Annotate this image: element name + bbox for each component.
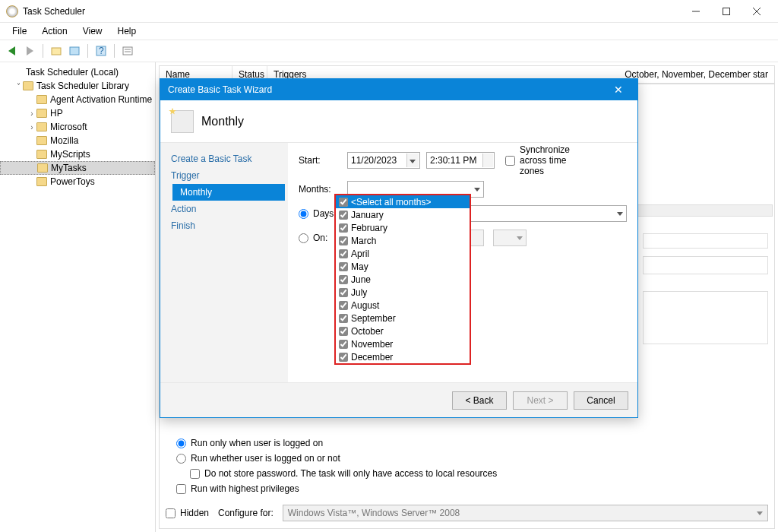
checkbox-input[interactable]: [339, 314, 348, 323]
checkbox-input[interactable]: [339, 327, 348, 336]
minimize-button[interactable]: [681, 1, 711, 22]
menu-action[interactable]: Action: [34, 24, 74, 38]
checkbox-hidden[interactable]: Hidden: [166, 508, 209, 518]
spinner-icon[interactable]: [482, 154, 493, 167]
radio-input[interactable]: [299, 209, 308, 219]
arrow-right-icon: [27, 46, 33, 55]
step-monthly[interactable]: Monthly: [172, 184, 285, 201]
month-option[interactable]: January: [336, 208, 470, 221]
folder-icon: [36, 95, 47, 104]
configure-for-dropdown[interactable]: Windows Vista™, Windows Server™ 2008: [283, 505, 768, 521]
month-label: March: [351, 236, 376, 246]
chevron-down-icon[interactable]: ˅: [14, 82, 23, 90]
svg-text:?: ?: [99, 46, 104, 56]
help-button[interactable]: ?: [93, 43, 109, 59]
months-label: Months:: [299, 184, 341, 195]
back-button[interactable]: < Back: [452, 391, 507, 410]
checkbox-input[interactable]: [339, 223, 348, 233]
checkbox-input[interactable]: [339, 353, 348, 362]
folder-icon: [37, 163, 48, 173]
checkbox-input[interactable]: [339, 211, 348, 220]
clock-icon: [12, 67, 23, 78]
wizard-close-button[interactable]: ✕: [607, 84, 630, 96]
radio-input[interactable]: [299, 233, 308, 243]
tree-item[interactable]: PowerToys: [0, 175, 155, 188]
month-option[interactable]: November: [336, 337, 470, 350]
month-option[interactable]: April: [336, 247, 470, 260]
month-option[interactable]: February: [336, 221, 470, 234]
tree-item[interactable]: Mozilla: [0, 134, 155, 147]
wizard-titlebar[interactable]: Create Basic Task Wizard ✕: [160, 79, 637, 100]
step-create[interactable]: Create a Basic Task: [163, 150, 285, 167]
checkbox-input[interactable]: [339, 262, 348, 271]
month-option[interactable]: September: [336, 312, 470, 325]
menu-file[interactable]: File: [5, 24, 34, 38]
checkbox-input[interactable]: [190, 469, 200, 479]
month-option[interactable]: May: [336, 260, 470, 273]
toolbar-btn-1[interactable]: [48, 43, 65, 59]
step-trigger[interactable]: Trigger: [163, 167, 285, 184]
month-option[interactable]: March: [336, 234, 470, 247]
forward-button[interactable]: [21, 43, 38, 59]
month-option[interactable]: June: [336, 273, 470, 286]
checkbox-input[interactable]: [339, 301, 348, 310]
separator: [43, 44, 43, 58]
calendar-icon[interactable]: [406, 154, 419, 167]
checkbox-input[interactable]: [176, 484, 186, 494]
checkbox-no-store-password[interactable]: Do not store password. The task will onl…: [190, 466, 765, 481]
configure-for-value: Windows Vista™, Windows Server™ 2008: [288, 508, 460, 518]
radio-label: Run whether user is logged on or not: [191, 453, 340, 464]
tree-item[interactable]: ›HP: [0, 106, 155, 120]
cancel-button[interactable]: Cancel: [574, 391, 628, 410]
close-button[interactable]: [742, 1, 772, 22]
maximize-button[interactable]: [711, 1, 742, 22]
radio-input[interactable]: [176, 454, 186, 464]
tree-item-label: PowerToys: [50, 176, 95, 187]
radio-run-logged-on[interactable]: Run only when user is logged on: [176, 435, 765, 451]
checkbox-input[interactable]: [339, 340, 348, 349]
start-label: Start:: [299, 155, 341, 166]
menu-help[interactable]: Help: [110, 24, 144, 38]
tree-library[interactable]: ˅ Task Scheduler Library: [0, 79, 155, 93]
month-option[interactable]: October: [336, 325, 470, 337]
svg-rect-5: [70, 47, 79, 55]
month-option[interactable]: July: [336, 286, 470, 299]
next-button[interactable]: Next >: [513, 391, 568, 410]
titlebar: Task Scheduler: [0, 0, 778, 23]
back-button[interactable]: [3, 43, 20, 59]
step-finish[interactable]: Finish: [163, 217, 285, 234]
tree-item[interactable]: Agent Activation Runtime: [0, 93, 155, 106]
folder-icon: [36, 122, 47, 131]
checkbox-input[interactable]: [505, 156, 515, 166]
radio-run-whether[interactable]: Run whether user is logged on or not: [176, 451, 765, 466]
configure-for-label: Configure for:: [218, 508, 274, 518]
chevron-right-icon[interactable]: ›: [27, 109, 36, 118]
checkbox-input[interactable]: [339, 198, 348, 207]
chevron-right-icon[interactable]: ›: [27, 123, 36, 131]
month-option[interactable]: August: [336, 299, 470, 312]
nav-tree[interactable]: Task Scheduler (Local) ˅ Task Scheduler …: [0, 62, 156, 532]
checkbox-input[interactable]: [339, 236, 348, 245]
checkbox-input[interactable]: [339, 288, 348, 297]
checkbox-input[interactable]: [339, 249, 348, 258]
toolbar-btn-2[interactable]: [66, 43, 83, 59]
months-dropdown-list[interactable]: <Select all months> January February Mar…: [334, 194, 471, 365]
menu-view[interactable]: View: [75, 24, 110, 38]
tree-item[interactable]: MyScripts: [0, 147, 155, 161]
sync-tz-checkbox[interactable]: Synchronize across time zones: [505, 144, 548, 176]
wizard-title: Create Basic Task Wizard: [168, 84, 272, 95]
start-date-picker[interactable]: 11/20/2023: [347, 152, 420, 169]
start-time-picker[interactable]: 2:30:11 PM: [426, 152, 495, 169]
checkbox-input[interactable]: [339, 275, 348, 284]
checkbox-highest-privileges[interactable]: Run with highest privileges: [176, 481, 765, 496]
tree-item-selected[interactable]: MyTasks: [0, 161, 155, 175]
months-select-all[interactable]: <Select all months>: [336, 195, 470, 208]
month-option[interactable]: December: [336, 350, 470, 363]
tree-item[interactable]: ›Microsoft: [0, 120, 155, 134]
toolbar-btn-props[interactable]: [119, 43, 136, 59]
checkbox-input[interactable]: [166, 508, 176, 518]
radio-input[interactable]: [176, 439, 186, 448]
step-action[interactable]: Action: [163, 201, 285, 217]
month-label: September: [351, 313, 396, 324]
tree-root[interactable]: Task Scheduler (Local): [0, 65, 155, 79]
